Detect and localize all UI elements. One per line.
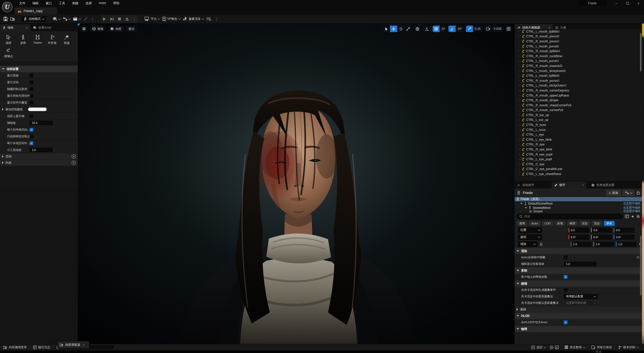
add-space-button[interactable]: + (72, 154, 76, 158)
billboard-scale-input[interactable]: 1.0 (564, 262, 596, 266)
filter-chip[interactable]: 渲染 (579, 221, 590, 226)
tree-row-groom[interactable]: Groom 在蓝图中编辑 (515, 210, 642, 213)
menu-build[interactable]: 构建 (69, 0, 82, 7)
control-row[interactable]: CTRL_R_ear_up (515, 113, 642, 118)
edit-in-blueprint-link[interactable]: 在蓝图中编辑 (623, 206, 640, 210)
checkbox[interactable] (30, 141, 33, 145)
control-row[interactable]: CTRL_R_mouth_upperLipRaise (515, 93, 642, 98)
rotation-dropdown[interactable]: 旋转 (518, 234, 542, 240)
details-scrollbar[interactable] (640, 236, 641, 295)
grid-snap-toggle[interactable] (433, 26, 440, 32)
control-row[interactable]: CTRL_R_mouth_suckBlow (515, 54, 642, 59)
location-y-input[interactable]: 0.0 (591, 228, 612, 233)
stop-button[interactable] (116, 16, 123, 23)
grid-snap-value[interactable]: 10 (440, 26, 446, 32)
display-options-icon[interactable] (625, 215, 629, 218)
presenter-monitor-button[interactable] (205, 16, 213, 23)
insights-session-button[interactable] (549, 344, 554, 350)
control-row[interactable]: CTRL_R_mouth_pressD (515, 34, 642, 39)
axis-scale-input[interactable]: 10.0 (30, 121, 53, 125)
filter-chip[interactable]: LOD (542, 221, 553, 226)
maximize-viewport-button[interactable] (505, 26, 512, 32)
settings-gear-icon[interactable] (636, 215, 640, 218)
tree-row-actor-self[interactable]: Friede（自我） (515, 197, 642, 201)
menu-help[interactable]: 帮助 (110, 0, 122, 7)
checkbox[interactable] (30, 74, 33, 77)
rotation-y-input[interactable]: 0.0° (591, 235, 612, 240)
control-row[interactable]: CTRL_L_mouth_stickyOuterU (515, 83, 642, 88)
add-actor-dropdown[interactable]: + (51, 16, 62, 23)
add-component-button[interactable]: + 添加 (606, 190, 621, 196)
location-z-input[interactable]: 0.0 (613, 228, 634, 233)
camera-speed-value[interactable]: 0.033 (492, 26, 503, 32)
search-input[interactable]: 搜索 (517, 214, 623, 219)
camera-speed-button[interactable] (484, 26, 492, 32)
toolbar-overflow-button-2[interactable]: ⋮ (213, 16, 220, 23)
checkbox[interactable] (30, 114, 33, 118)
control-row[interactable]: CTRL_R_mouth_pressU (515, 39, 642, 44)
menu-tools[interactable]: 工具 (56, 0, 68, 7)
control-row[interactable]: CTRL_L_eye_pupil (515, 157, 642, 162)
tab-animation[interactable]: 动画 × (0, 24, 30, 31)
select-tool-button[interactable] (383, 26, 390, 32)
tool-aligner[interactable]: 对齐器 (46, 34, 58, 46)
tool-select[interactable]: 选择 (3, 34, 15, 46)
control-row[interactable]: CTRL_R_mouth_sharpCornerPull (515, 103, 642, 108)
rotation-x-input[interactable]: 0.0° (568, 235, 589, 240)
source-control-dropdown[interactable]: 版本控制 (615, 344, 641, 350)
checkbox[interactable] (30, 135, 33, 138)
platforms-dropdown[interactable]: 平台 (143, 16, 161, 23)
menu-window[interactable]: 窗口 (43, 0, 55, 7)
editor-mode-dropdown[interactable]: 动画模式 (21, 16, 47, 23)
frame-skip-button[interactable] (108, 16, 115, 23)
control-row[interactable]: CTRL_R_nose (515, 122, 642, 127)
checkbox[interactable] (30, 94, 33, 98)
tool-pivot[interactable]: 枢轴点 (3, 47, 15, 59)
profiler-button[interactable] (554, 344, 561, 350)
tree-row-skeletal-mesh[interactable]: SkeletalMesh 在蓝图中编辑 (515, 206, 642, 210)
rotation-snap-value[interactable]: 10° (456, 26, 464, 32)
close-button[interactable]: × (633, 0, 644, 7)
control-row[interactable]: CTRL_R_mouth_dimple (515, 98, 642, 103)
control-row[interactable]: CTRL_R_eye_pupil (515, 152, 642, 157)
filter-chip[interactable]: 杂项 (555, 221, 566, 226)
cinematics-dropdown[interactable] (72, 16, 82, 23)
eject-button[interactable] (123, 16, 130, 23)
collapse-triangle-icon[interactable] (520, 203, 522, 204)
scale-x-input[interactable]: 1.0 (571, 242, 592, 247)
scale-snap-toggle[interactable] (466, 26, 473, 32)
section-animation-settings[interactable]: 动画设置 (0, 66, 78, 72)
filter-chip[interactable]: 流送 (592, 221, 602, 226)
blueprints-dropdown[interactable] (62, 16, 72, 23)
output-log-button[interactable]: 输出日志 (30, 344, 53, 350)
close-icon[interactable]: × (83, 343, 85, 347)
section-spaces[interactable]: 空间 + (0, 153, 78, 160)
play-options-button[interactable]: ⋮ (131, 16, 138, 23)
control-row[interactable]: CTRL_R_eye_blink (515, 147, 642, 152)
control-row[interactable]: CTRL_L_nose (515, 127, 642, 132)
color-swatch[interactable] (28, 108, 47, 111)
view-mode-dropdown[interactable]: 光照 (108, 26, 124, 32)
move-tool-button[interactable] (390, 26, 397, 32)
tab-place-actor[interactable]: + 放置Actor (30, 24, 54, 31)
unreal-logo-icon[interactable]: U (2, 2, 13, 12)
close-icon[interactable]: × (582, 184, 584, 187)
favorites-star-icon[interactable]: ★ (631, 214, 634, 218)
checkbox[interactable] (564, 320, 568, 324)
control-row[interactable]: CTRL_L_mouth_purseD (515, 44, 642, 49)
control-row[interactable]: CTRL_L_eye_cheekRaise (515, 171, 642, 176)
checkbox[interactable] (30, 80, 33, 84)
content-drawer-button[interactable]: 内容侧滑菜单 (0, 344, 30, 350)
minimize-button[interactable]: – (611, 0, 622, 7)
control-row[interactable]: CTRL_R_mouth_purseU (515, 78, 642, 83)
menu-select[interactable]: 选择 (83, 0, 95, 7)
section-physics[interactable]: 物理 (515, 326, 642, 332)
section-rendering[interactable]: 渲染 (515, 248, 642, 254)
play-button[interactable] (101, 16, 108, 23)
scale-dropdown[interactable]: 缩放 (518, 241, 538, 247)
save-button[interactable] (2, 16, 9, 23)
scale-tool-button[interactable] (405, 26, 412, 32)
menu-file[interactable]: 文件 (16, 0, 28, 7)
tool-pose[interactable]: 姿势 (17, 34, 29, 46)
menu-actor[interactable]: Actor (96, 0, 109, 7)
